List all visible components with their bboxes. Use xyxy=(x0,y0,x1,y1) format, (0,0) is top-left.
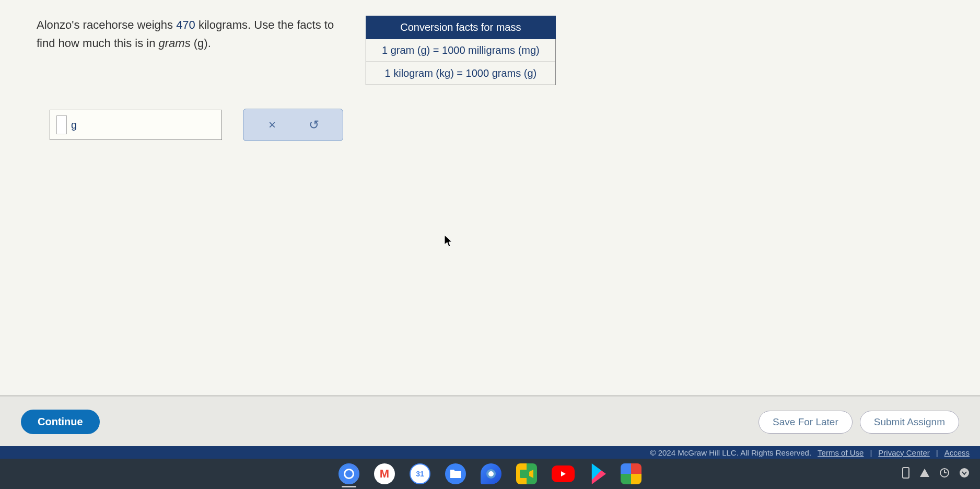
question-weight: 470 xyxy=(176,18,195,31)
taskbar: M 31 xyxy=(0,459,980,489)
taskbar-right xyxy=(902,467,970,481)
clock-icon[interactable] xyxy=(939,468,950,481)
chrome-app[interactable] xyxy=(339,463,359,484)
gmail-icon[interactable]: M xyxy=(374,463,395,484)
question-unit: grams xyxy=(159,37,191,50)
x-icon: × xyxy=(269,118,276,132)
phone-icon[interactable] xyxy=(902,467,910,481)
terms-link[interactable]: Terms of Use xyxy=(818,448,864,457)
clear-button[interactable]: × xyxy=(264,117,280,133)
play-store-icon[interactable] xyxy=(589,463,606,484)
question-part3: (g). xyxy=(191,37,211,50)
chrome-active-indicator xyxy=(342,486,356,487)
question-row: Alonzo's racehorse weighs 470 kilograms.… xyxy=(37,16,954,85)
privacy-link[interactable]: Privacy Center xyxy=(878,448,929,457)
chrome-icon xyxy=(339,463,359,484)
copyright-text: © 2024 McGraw Hill LLC. All Rights Reser… xyxy=(650,448,811,457)
calendar-icon[interactable]: 31 xyxy=(410,463,430,484)
question-text: Alonzo's racehorse weighs 470 kilograms.… xyxy=(37,16,345,52)
conversion-row-2: 1 kilogram (kg) = 1000 grams (g) xyxy=(366,62,556,85)
answer-box[interactable]: g xyxy=(50,110,222,140)
chat-icon[interactable] xyxy=(481,463,501,484)
divider: | xyxy=(870,448,872,457)
save-for-later-button[interactable]: Save For Later xyxy=(759,411,853,434)
meet-icon[interactable] xyxy=(516,463,537,484)
tool-panel: × ↺ xyxy=(243,109,343,141)
right-buttons: Save For Later Submit Assignm xyxy=(759,411,959,434)
submit-assignment-button[interactable]: Submit Assignm xyxy=(860,411,959,434)
svg-rect-2 xyxy=(520,470,529,478)
continue-button[interactable]: Continue xyxy=(21,410,100,434)
photos-icon[interactable] xyxy=(621,463,641,484)
reset-icon: ↺ xyxy=(309,118,319,132)
conversion-table: Conversion facts for mass 1 gram (g) = 1… xyxy=(366,16,556,85)
files-icon[interactable] xyxy=(445,463,466,484)
divider: | xyxy=(936,448,938,457)
answer-unit: g xyxy=(71,119,77,131)
answer-row: g × ↺ xyxy=(50,109,954,141)
svg-rect-3 xyxy=(903,468,909,478)
reset-button[interactable]: ↺ xyxy=(306,117,322,133)
svg-point-1 xyxy=(488,471,494,476)
down-arrow-icon[interactable] xyxy=(959,468,970,481)
conversion-row-1: 1 gram (g) = 1000 milligrams (mg) xyxy=(366,39,556,62)
access-link[interactable]: Access xyxy=(944,448,970,457)
youtube-icon[interactable] xyxy=(552,465,575,482)
content-area: Alonzo's racehorse weighs 470 kilograms.… xyxy=(0,0,980,392)
svg-point-5 xyxy=(960,468,969,478)
copyright-bar: © 2024 McGraw Hill LLC. All Rights Reser… xyxy=(0,446,980,459)
warning-icon[interactable] xyxy=(919,468,930,480)
answer-input[interactable] xyxy=(56,115,67,134)
conversion-header: Conversion facts for mass xyxy=(366,16,556,39)
bottom-bar: Continue Save For Later Submit Assignm xyxy=(0,395,980,447)
question-part1: Alonzo's racehorse weighs xyxy=(37,18,176,31)
